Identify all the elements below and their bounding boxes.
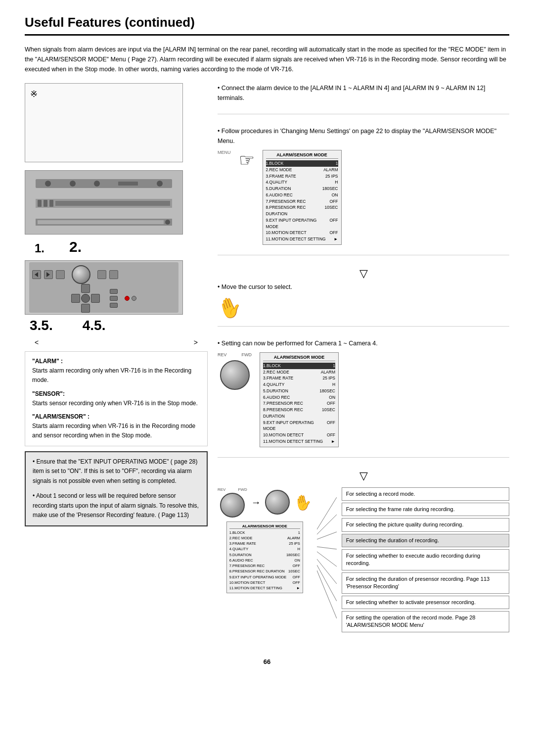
hand-menu-row-2: REV FWD ALARM/SENSOR MODE 1.BLOCK1 2.REC… — [218, 352, 509, 447]
arrow-down-1: ▽ — [218, 267, 509, 280]
callout-2: For selecting the picture quality during… — [342, 518, 509, 531]
menu2-row-7: 8.PRESENSOR REC DURATION10SEC — [263, 407, 335, 420]
menu-row-8: 9.EXT INPUT OPERATING MODEOFF — [266, 217, 338, 230]
bm-row-7: 8.PRESENSOR REC DURATION10SEC — [229, 568, 300, 574]
callout-6: For selecting whether to activate presen… — [342, 596, 509, 609]
bullet-3-text: Starts alarm recording when VR-716 is in… — [32, 423, 195, 439]
section2-text: • Follow procedures in 'Changing Menu Se… — [218, 126, 509, 146]
menu-panel-1: ALARM/SENSOR MODE 1.BLOCK1 2.REC MODEALA… — [263, 150, 342, 245]
menu-row-6: 7.PRESENSOR RECOFF — [266, 198, 338, 205]
note-box: • Ensure that the "EXT INPUT OPERATING M… — [25, 451, 208, 527]
menu2-row-8: 9.EXT INPUT OPERATING MODEOFF — [263, 420, 335, 432]
bullet-1-text: Starts alarm recording only when VR-716 … — [32, 367, 191, 383]
bm-row-1: 2.REC MODEALARM — [229, 535, 300, 541]
page-title: Useful Features (continued) — [25, 15, 509, 36]
step-labels-1-2: 1. 2. — [25, 238, 208, 255]
svg-line-5 — [317, 559, 337, 584]
cursor-hand-row: ✋ — [218, 296, 509, 319]
menu2-row-3: 4.QUALITYH — [263, 381, 335, 388]
bm-row-2: 3.FRAME RATE25 IPS — [229, 541, 300, 546]
bm-row-6: 7.PRESENSOR RECOFF — [229, 563, 300, 568]
bullet-1-title: "ALARM" : — [32, 358, 63, 365]
hand-menu-row-1: MENU ☞ ALARM/SENSOR MODE 1.BLOCK1 2.REC … — [218, 150, 509, 245]
note-1-text: Ensure that the "EXT INPUT OPERATING MOD… — [33, 458, 198, 485]
arrow-labels: < > — [25, 338, 208, 346]
bullet-2-title: "SENSOR": — [32, 390, 65, 397]
callout-0: For selecting a record mode. — [342, 487, 509, 501]
right-section-1: • Connect the alarm device to the [ALARM… — [218, 83, 509, 114]
bm-row-9: 10.MOTION DETECTOFF — [229, 580, 300, 585]
menu2-row-4: 5.DURATION180SEC — [263, 388, 335, 394]
menu-row-4: 5.DURATION180SEC — [266, 186, 338, 192]
bullet-3-title: "ALARM/SENSOR" : — [32, 413, 89, 420]
menu2-row-1: 2.REC MODEALARM — [263, 369, 335, 376]
bullet-item-1: "ALARM" : Starts alarm recording only wh… — [32, 357, 200, 385]
note-item-1: • Ensure that the "EXT INPUT OPERATING M… — [33, 457, 200, 486]
callout-1: For selecting the frame rate during reco… — [342, 503, 509, 516]
main-layout: ※ — [25, 83, 509, 653]
section4-text: • Setting can now be performed for Camer… — [218, 338, 509, 348]
svg-line-6 — [317, 565, 337, 601]
dial-image — [220, 360, 250, 390]
bullet-item-3: "ALARM/SENSOR" : Starts alarm recording … — [32, 412, 200, 441]
step-1-label: 1. — [35, 241, 44, 255]
step-labels-35-45: 3.5. 4.5. — [25, 318, 208, 333]
menu-row-5: 6.AUDIO RECON — [266, 192, 338, 198]
right-section-bottom: ▽ REV FWD → — [218, 470, 509, 641]
right-section-2: • Follow procedures in 'Changing Menu Se… — [218, 126, 509, 255]
bottom-menu-title: ALARM/SENSOR MODE — [229, 524, 300, 529]
menu-row-10: 11.MOTION DETECT SETTING► — [266, 236, 338, 242]
connector-svg — [317, 487, 337, 626]
device-controls-image — [25, 260, 183, 315]
menu-row-1: 2.REC MODEALARM — [266, 167, 338, 173]
bottom-left-panel: REV FWD → ✋ ALARM/SENSOR MODE 1.BLOC — [218, 487, 312, 594]
menu2-row-5: 6.AUDIO RECON — [263, 394, 335, 401]
bullet-2-text: Starts sensor recording only when VR-716… — [32, 400, 198, 407]
menu-row-3: 4.QUALITYH — [266, 179, 338, 186]
callout-4: For selecting whether to execute audio r… — [342, 549, 509, 570]
menu2-row-2: 3.FRAME RATE25 IPS — [263, 375, 335, 381]
svg-line-2 — [317, 532, 337, 539]
rev-label: REV — [218, 352, 227, 357]
bottom-dial-2 — [265, 490, 290, 515]
svg-line-7 — [317, 570, 337, 618]
svg-line-4 — [317, 552, 337, 567]
callout-7: For setting the operation of the record … — [342, 611, 509, 632]
callout-5: For selecting the duration of presensor … — [342, 572, 509, 594]
step-35-label: 3.5. — [30, 318, 53, 333]
hand-cursor-3: ✋ — [292, 492, 313, 513]
step-2-label: 2. — [69, 238, 82, 255]
note-2-text: About 1 second or less will be required … — [33, 492, 199, 519]
section3-text: • Move the cursor to select. — [218, 282, 509, 292]
menu-row-0: 1.BLOCK1 — [266, 160, 338, 167]
right-section-3: ▽ • Move the cursor to select. ✋ — [218, 267, 509, 327]
device-image-1 — [25, 170, 183, 235]
bm-row-10: 11.MOTION DETECT SETTING► — [229, 585, 300, 591]
arrow-right-icon: → — [251, 497, 261, 508]
callout-section: For selecting a record mode. For selecti… — [342, 487, 509, 634]
hand-cursor-1: ☞ — [239, 150, 255, 171]
asterisk-symbol: ※ — [30, 89, 38, 99]
step-45-label: 4.5. — [83, 318, 106, 333]
device-box-top: ※ — [25, 83, 183, 162]
bm-row-0: 1.BLOCK1 — [229, 530, 300, 535]
menu-panel-2: ALARM/SENSOR MODE 1.BLOCK1 2.REC MODEALA… — [260, 352, 339, 447]
dial-area: REV FWD — [218, 352, 252, 390]
menu-panel-2-title: ALARM/SENSOR MODE — [263, 355, 335, 361]
fwd-label-2: FWD — [238, 487, 247, 492]
dial-labels: REV FWD — [218, 352, 252, 357]
left-column: ※ — [25, 83, 208, 653]
bullet-section: "ALARM" : Starts alarm recording only wh… — [25, 351, 208, 446]
menu2-row-9: 10.MOTION DETECTOFF — [263, 432, 335, 438]
menu2-row-6: 7.PRESENSOR RECOFF — [263, 400, 335, 407]
callout-list: For selecting a record mode. For selecti… — [342, 487, 509, 632]
bottom-dial-1 — [220, 493, 245, 518]
callout-3: For selecting the duration of recording. — [342, 534, 509, 547]
menu2-row-10: 11.MOTION DETECT SETTING► — [263, 438, 335, 445]
hand-cursor-2: ✋ — [214, 292, 245, 323]
section1-text: • Connect the alarm device to the [ALARM… — [218, 83, 509, 103]
bottom-dial-row: REV FWD → ✋ — [218, 487, 312, 518]
menu-panel-1-title: ALARM/SENSOR MODE — [266, 152, 338, 159]
menu2-row-0: 1.BLOCK1 — [263, 363, 335, 369]
menu-row-9: 10.MOTION DETECTOFF — [266, 230, 338, 236]
